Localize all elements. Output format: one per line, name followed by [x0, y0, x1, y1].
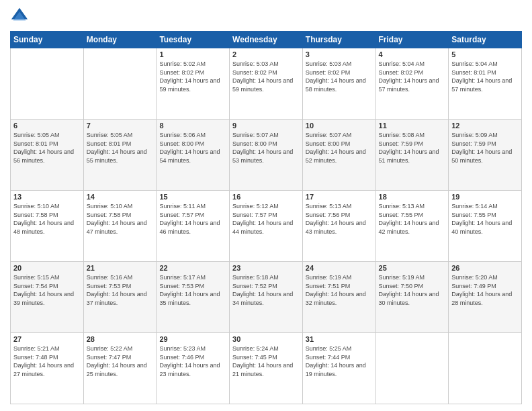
day-number: 23	[232, 264, 300, 272]
cell-text: Sunrise: 5:09 AMSunset: 7:59 PMDaylight:…	[451, 132, 512, 164]
day-number: 3	[306, 50, 373, 58]
day-number: 14	[87, 193, 154, 201]
day-number: 16	[232, 193, 300, 201]
calendar-cell: 22Sunrise: 5:17 AMSunset: 7:53 PMDayligh…	[157, 262, 230, 333]
calendar-cell: 1Sunrise: 5:02 AMSunset: 8:02 PMDaylight…	[157, 48, 230, 120]
calendar-day-header: Friday	[375, 32, 449, 48]
calendar-header-row: SundayMondayTuesdayWednesdayThursdayFrid…	[11, 32, 522, 48]
calendar-week-row: 6Sunrise: 5:05 AMSunset: 8:01 PMDaylight…	[11, 120, 522, 191]
cell-text: Sunrise: 5:04 AMSunset: 8:01 PMDaylight:…	[451, 60, 512, 93]
calendar-cell: 3Sunrise: 5:03 AMSunset: 8:02 PMDaylight…	[302, 48, 375, 120]
cell-text: Sunrise: 5:20 AMSunset: 7:49 PMDaylight:…	[451, 274, 512, 306]
calendar-day-header: Sunday	[11, 32, 84, 48]
calendar-day-header: Tuesday	[157, 32, 230, 48]
calendar-cell: 13Sunrise: 5:10 AMSunset: 7:58 PMDayligh…	[11, 191, 84, 262]
day-number: 20	[13, 264, 81, 272]
calendar-cell: 11Sunrise: 5:08 AMSunset: 7:59 PMDayligh…	[375, 120, 449, 191]
calendar-cell: 12Sunrise: 5:09 AMSunset: 7:59 PMDayligh…	[449, 120, 522, 191]
calendar-cell: 21Sunrise: 5:16 AMSunset: 7:53 PMDayligh…	[83, 262, 157, 333]
calendar-day-header: Saturday	[449, 32, 522, 48]
cell-text: Sunrise: 5:03 AMSunset: 8:02 PMDaylight:…	[306, 60, 366, 93]
cell-text: Sunrise: 5:22 AMSunset: 7:47 PMDaylight:…	[87, 345, 147, 377]
day-number: 2	[232, 50, 300, 58]
day-number: 30	[232, 335, 300, 343]
calendar-cell: 4Sunrise: 5:04 AMSunset: 8:02 PMDaylight…	[375, 48, 449, 120]
day-number: 5	[451, 50, 519, 58]
day-number: 31	[306, 335, 373, 343]
day-number: 17	[306, 193, 373, 201]
calendar-cell: 14Sunrise: 5:10 AMSunset: 7:58 PMDayligh…	[83, 191, 157, 262]
day-number: 18	[379, 193, 446, 201]
calendar-cell: 23Sunrise: 5:18 AMSunset: 7:52 PMDayligh…	[230, 262, 303, 333]
cell-text: Sunrise: 5:15 AMSunset: 7:54 PMDaylight:…	[13, 274, 74, 306]
day-number: 13	[13, 193, 81, 201]
day-number: 8	[159, 122, 226, 130]
calendar-cell	[11, 48, 84, 120]
cell-text: Sunrise: 5:06 AMSunset: 8:00 PMDaylight:…	[159, 132, 220, 164]
cell-text: Sunrise: 5:05 AMSunset: 8:01 PMDaylight:…	[13, 132, 74, 164]
cell-text: Sunrise: 5:19 AMSunset: 7:51 PMDaylight:…	[306, 274, 366, 306]
cell-text: Sunrise: 5:03 AMSunset: 8:02 PMDaylight:…	[232, 60, 293, 93]
calendar-cell: 29Sunrise: 5:23 AMSunset: 7:46 PMDayligh…	[157, 333, 230, 404]
calendar-cell: 30Sunrise: 5:24 AMSunset: 7:45 PMDayligh…	[230, 333, 303, 404]
cell-text: Sunrise: 5:12 AMSunset: 7:57 PMDaylight:…	[232, 203, 293, 235]
day-number: 7	[87, 122, 154, 130]
cell-text: Sunrise: 5:02 AMSunset: 8:02 PMDaylight:…	[159, 60, 220, 93]
calendar-cell: 24Sunrise: 5:19 AMSunset: 7:51 PMDayligh…	[302, 262, 375, 333]
cell-text: Sunrise: 5:23 AMSunset: 7:46 PMDaylight:…	[159, 345, 220, 377]
cell-text: Sunrise: 5:13 AMSunset: 7:56 PMDaylight:…	[306, 203, 366, 235]
calendar-cell: 2Sunrise: 5:03 AMSunset: 8:02 PMDaylight…	[230, 48, 303, 120]
calendar-day-header: Monday	[83, 32, 157, 48]
cell-text: Sunrise: 5:18 AMSunset: 7:52 PMDaylight:…	[232, 274, 293, 306]
calendar-cell: 16Sunrise: 5:12 AMSunset: 7:57 PMDayligh…	[230, 191, 303, 262]
calendar-cell: 19Sunrise: 5:14 AMSunset: 7:55 PMDayligh…	[449, 191, 522, 262]
calendar-day-header: Thursday	[302, 32, 375, 48]
calendar-cell: 5Sunrise: 5:04 AMSunset: 8:01 PMDaylight…	[449, 48, 522, 120]
cell-text: Sunrise: 5:17 AMSunset: 7:53 PMDaylight:…	[159, 274, 220, 306]
day-number: 28	[87, 335, 154, 343]
calendar-cell: 31Sunrise: 5:25 AMSunset: 7:44 PMDayligh…	[302, 333, 375, 404]
cell-text: Sunrise: 5:25 AMSunset: 7:44 PMDaylight:…	[306, 345, 366, 377]
page: SundayMondayTuesdayWednesdayThursdayFrid…	[0, 0, 532, 411]
day-number: 21	[87, 264, 154, 272]
calendar-cell: 20Sunrise: 5:15 AMSunset: 7:54 PMDayligh…	[11, 262, 84, 333]
cell-text: Sunrise: 5:11 AMSunset: 7:57 PMDaylight:…	[159, 203, 220, 235]
cell-text: Sunrise: 5:24 AMSunset: 7:45 PMDaylight:…	[232, 345, 293, 377]
calendar-cell: 28Sunrise: 5:22 AMSunset: 7:47 PMDayligh…	[83, 333, 157, 404]
day-number: 6	[13, 122, 81, 130]
day-number: 24	[306, 264, 373, 272]
cell-text: Sunrise: 5:05 AMSunset: 8:01 PMDaylight:…	[87, 132, 147, 164]
calendar-cell: 17Sunrise: 5:13 AMSunset: 7:56 PMDayligh…	[302, 191, 375, 262]
calendar-cell: 10Sunrise: 5:07 AMSunset: 8:00 PMDayligh…	[302, 120, 375, 191]
calendar-cell	[449, 333, 522, 404]
calendar-table: SundayMondayTuesdayWednesdayThursdayFrid…	[10, 31, 522, 404]
calendar-day-header: Wednesday	[230, 32, 303, 48]
day-number: 26	[451, 264, 519, 272]
cell-text: Sunrise: 5:13 AMSunset: 7:55 PMDaylight:…	[379, 203, 439, 235]
day-number: 29	[159, 335, 226, 343]
logo	[10, 7, 32, 26]
calendar-cell: 26Sunrise: 5:20 AMSunset: 7:49 PMDayligh…	[449, 262, 522, 333]
day-number: 11	[379, 122, 446, 130]
calendar-cell: 6Sunrise: 5:05 AMSunset: 8:01 PMDaylight…	[11, 120, 84, 191]
cell-text: Sunrise: 5:16 AMSunset: 7:53 PMDaylight:…	[87, 274, 147, 306]
cell-text: Sunrise: 5:19 AMSunset: 7:50 PMDaylight:…	[379, 274, 439, 306]
calendar-week-row: 20Sunrise: 5:15 AMSunset: 7:54 PMDayligh…	[11, 262, 522, 333]
day-number: 25	[379, 264, 446, 272]
cell-text: Sunrise: 5:10 AMSunset: 7:58 PMDaylight:…	[87, 203, 147, 235]
calendar-cell	[83, 48, 157, 120]
calendar-cell: 25Sunrise: 5:19 AMSunset: 7:50 PMDayligh…	[375, 262, 449, 333]
calendar-week-row: 27Sunrise: 5:21 AMSunset: 7:48 PMDayligh…	[11, 333, 522, 404]
day-number: 19	[451, 193, 519, 201]
calendar-week-row: 1Sunrise: 5:02 AMSunset: 8:02 PMDaylight…	[11, 48, 522, 120]
cell-text: Sunrise: 5:21 AMSunset: 7:48 PMDaylight:…	[13, 345, 74, 377]
calendar-cell: 7Sunrise: 5:05 AMSunset: 8:01 PMDaylight…	[83, 120, 157, 191]
calendar-cell: 18Sunrise: 5:13 AMSunset: 7:55 PMDayligh…	[375, 191, 449, 262]
calendar-cell: 15Sunrise: 5:11 AMSunset: 7:57 PMDayligh…	[157, 191, 230, 262]
day-number: 9	[232, 122, 300, 130]
calendar-cell: 8Sunrise: 5:06 AMSunset: 8:00 PMDaylight…	[157, 120, 230, 191]
header	[10, 7, 522, 26]
day-number: 1	[159, 50, 226, 58]
cell-text: Sunrise: 5:07 AMSunset: 8:00 PMDaylight:…	[306, 132, 366, 164]
day-number: 27	[13, 335, 81, 343]
